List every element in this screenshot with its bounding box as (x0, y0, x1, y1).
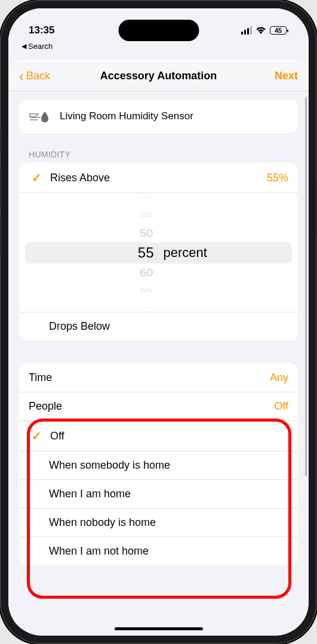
people-option-somebody-home[interactable]: When somebody is home (19, 451, 298, 479)
back-label: Back (26, 70, 50, 82)
battery-level: 45 (275, 27, 282, 34)
modal-sheet: ‹ Back Accessory Automation Next (8, 61, 309, 630)
phone-side-button (0, 131, 1, 153)
humidity-section-header: HUMIDITY (29, 150, 298, 159)
people-option-i-not-home[interactable]: When I am not home (19, 537, 298, 565)
drops-below-row[interactable]: Drops Below (19, 312, 298, 340)
picker-unit-label: percent (164, 245, 207, 261)
check-icon: ✓ (29, 429, 44, 443)
picker-option[interactable]: 50 (140, 225, 153, 240)
check-icon: ✓ (29, 171, 44, 185)
accessory-card[interactable]: Living Room Humidity Sensor (19, 100, 298, 133)
humidity-picker[interactable]: 40 45 50 55 60 65 70 percent (19, 193, 298, 312)
rises-above-label: Rises Above (50, 172, 267, 184)
humidity-card: ✓ Rises Above 55% 40 45 50 55 60 (19, 163, 298, 340)
status-indicators: 45 (241, 26, 289, 35)
picker-option[interactable]: 70 (141, 306, 152, 310)
people-option-label: When somebody is home (49, 459, 288, 472)
conditions-card: Time Any People Off ✓ Off When somebody … (19, 363, 298, 565)
phone-frame: 13:35 45 ◀ Search (0, 0, 317, 644)
picker-option[interactable]: 45 (140, 210, 152, 220)
people-option-label: Off (50, 430, 288, 442)
back-button[interactable]: ‹ Back (19, 69, 50, 83)
rises-above-row[interactable]: ✓ Rises Above 55% (19, 163, 298, 193)
time-row[interactable]: Time Any (19, 363, 298, 392)
cellular-signal-icon (241, 26, 253, 35)
phone-volume-down (0, 217, 1, 255)
humidity-sensor-icon (29, 108, 51, 125)
caret-left-icon: ◀ (21, 42, 26, 50)
picker-option[interactable]: 65 (140, 286, 152, 295)
people-option-label: When I am not home (49, 545, 288, 558)
picker-option-selected[interactable]: 55 (138, 242, 154, 264)
screen: 13:35 45 ◀ Search (8, 8, 309, 636)
people-row[interactable]: People Off (19, 392, 298, 420)
scrollbar[interactable] (305, 97, 307, 624)
people-option-label: When I am home (49, 488, 288, 500)
dynamic-island (118, 20, 199, 41)
home-indicator[interactable] (115, 627, 203, 630)
breadcrumb-back[interactable]: ◀ Search (8, 42, 309, 57)
people-option-i-am-home[interactable]: When I am home (19, 479, 298, 508)
people-option-off[interactable]: ✓ Off (19, 420, 298, 451)
people-option-label: When nobody is home (49, 516, 288, 529)
picker-option[interactable]: 60 (140, 265, 153, 280)
people-label: People (29, 400, 274, 413)
people-value: Off (274, 400, 288, 413)
picker-option[interactable]: 40 (141, 195, 152, 199)
accessory-name: Living Room Humidity Sensor (60, 110, 193, 122)
page-title: Accessory Automation (100, 70, 217, 82)
nav-bar: ‹ Back Accessory Automation Next (8, 61, 309, 91)
status-time: 13:35 (29, 24, 54, 36)
chevron-left-icon: ‹ (19, 69, 24, 83)
wifi-icon (256, 26, 266, 35)
rises-above-value: 55% (267, 172, 288, 184)
content-scroll[interactable]: Living Room Humidity Sensor HUMIDITY ✓ R… (8, 91, 309, 630)
phone-volume-up (0, 168, 1, 206)
breadcrumb-label: Search (28, 42, 53, 51)
time-label: Time (29, 371, 270, 384)
time-value: Any (270, 371, 288, 384)
next-button[interactable]: Next (275, 70, 298, 82)
people-option-nobody-home[interactable]: When nobody is home (19, 508, 298, 537)
picker-wheel[interactable]: 40 45 50 55 60 65 70 (19, 193, 159, 312)
battery-indicator: 45 (270, 26, 288, 35)
drops-below-label: Drops Below (49, 320, 288, 333)
